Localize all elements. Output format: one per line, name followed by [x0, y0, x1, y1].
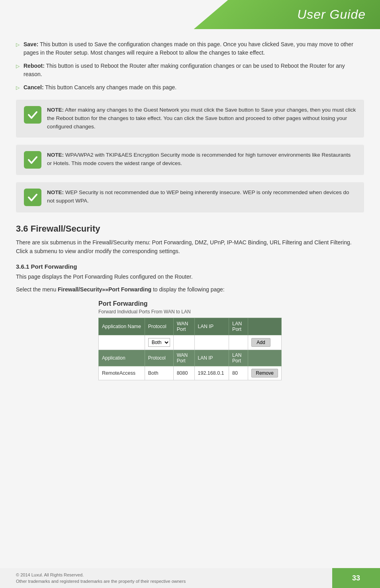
note-box-1: NOTE: After making any changes to the Gu…	[16, 100, 364, 138]
page-title: User Guide	[297, 7, 366, 22]
save-text: This button is used to Save the configur…	[24, 41, 353, 56]
note-text-1: NOTE: After making any changes to the Gu…	[47, 106, 356, 131]
cell-wan-port: 8080	[173, 366, 194, 380]
cell-remove[interactable]: Remove	[248, 366, 282, 380]
note-label-2: NOTE:	[47, 152, 64, 158]
bullet-arrow-icon: ▷	[16, 63, 20, 70]
col-action	[248, 318, 282, 335]
pf-title: Port Forwarding	[98, 300, 282, 307]
col-lan-port: LAN Port	[229, 318, 248, 335]
col-protocol: Protocol	[145, 318, 173, 335]
note-box-2: NOTE: WPA/WPA2 with TKIP&AES Encryption …	[16, 145, 364, 175]
cell-lan-port: 80	[229, 366, 248, 380]
note-label-1: NOTE:	[47, 107, 64, 113]
reboot-label: Reboot:	[24, 63, 45, 69]
remove-button[interactable]: Remove	[251, 369, 278, 378]
checkmark-icon-2	[24, 151, 41, 169]
add-row: Both Add	[99, 335, 282, 350]
list-item: ▷ Save: This button is used to Save the …	[16, 40, 364, 57]
checkmark-icon-1	[24, 106, 41, 124]
footer-left: © 2014 Luxul. All Rights Reserved. Other…	[0, 568, 332, 588]
section-body: There are six submenus in the Firewall/S…	[16, 238, 364, 256]
pf-subtitle: Forward Individual Ports From WAN to LAN	[98, 309, 282, 315]
page-footer: © 2014 Luxul. All Rights Reserved. Other…	[0, 568, 380, 588]
note-box-3: NOTE: WEP Security is not recommended du…	[16, 182, 364, 212]
add-button[interactable]: Add	[251, 338, 270, 347]
add-row-wan	[173, 335, 194, 350]
note-label-3: NOTE:	[47, 189, 64, 195]
cell-lan-ip: 192.168.0.1	[194, 366, 229, 380]
checkmark-icon-3	[24, 189, 41, 206]
section-heading: 3.6 Firewall/Security	[16, 224, 364, 234]
page-header: User Guide	[0, 0, 380, 29]
note-text-2: NOTE: WPA/WPA2 with TKIP&AES Encryption …	[47, 151, 356, 168]
col-wan-port: WAN Port	[173, 318, 194, 335]
sub-col-lanip: LAN IP	[194, 350, 229, 366]
add-row-btn-cell[interactable]: Add	[248, 335, 282, 350]
add-row-app	[99, 335, 145, 350]
sub-col-app: Application	[99, 350, 145, 366]
col-lan-ip: LAN IP	[194, 318, 229, 335]
main-content: ▷ Save: This button is used to Save the …	[0, 40, 380, 380]
port-forwarding-section: Port Forwarding Forward Individual Ports…	[98, 300, 282, 380]
cancel-label: Cancel:	[24, 84, 44, 90]
note-body-1: After making any changes to the Guest Ne…	[47, 107, 356, 130]
note-body-3: WEP Security is not recommended due to W…	[47, 189, 349, 204]
add-row-protocol[interactable]: Both	[145, 335, 173, 350]
port-forwarding-table: Application Name Protocol WAN Port LAN I…	[98, 318, 282, 380]
select-instruction: Select the menu Firewall/Security»»Port …	[16, 285, 364, 294]
sub-heading: 3.6.1 Port Forwarding	[16, 263, 364, 270]
reboot-text: This button is used to Reboot the Router…	[24, 63, 345, 77]
protocol-select[interactable]: Both	[148, 338, 170, 347]
note-text-3: NOTE: WEP Security is not recommended du…	[47, 189, 356, 205]
footer-right: 33	[332, 568, 380, 588]
add-row-lanport	[229, 335, 248, 350]
cell-app: RemoteAccess	[99, 366, 145, 380]
menu-path: Firewall/Security»»Port Forwarding	[58, 286, 151, 293]
bullet-arrow-icon: ▷	[16, 84, 20, 91]
cancel-text: This button Cancels any changes made on …	[45, 84, 176, 90]
bullet-arrow-icon: ▷	[16, 41, 20, 48]
note-body-2: WPA/WPA2 with TKIP&AES Encryption Securi…	[47, 152, 351, 166]
table-row: RemoteAccess Both 8080 192.168.0.1 80 Re…	[99, 366, 282, 380]
trademark-text: Other trademarks and registered trademar…	[16, 578, 316, 585]
sub-body: This page displays the Port Forwarding R…	[16, 272, 364, 281]
list-item: ▷ Cancel: This button Cancels any change…	[16, 83, 364, 92]
sub-col-action	[248, 350, 282, 366]
sub-col-lanport: LAN Port	[229, 350, 248, 366]
copyright-text: © 2014 Luxul. All Rights Reserved.	[16, 572, 316, 578]
sub-col-protocol: Protocol	[145, 350, 173, 366]
cell-protocol: Both	[145, 366, 173, 380]
bullet-list: ▷ Save: This button is used to Save the …	[16, 40, 364, 92]
list-item: ▷ Reboot: This button is used to Reboot …	[16, 62, 364, 79]
col-app-name: Application Name	[99, 318, 145, 335]
sub-col-wan: WAN Port	[173, 350, 194, 366]
save-label: Save:	[24, 41, 38, 47]
add-row-lanip	[194, 335, 229, 350]
page-number: 33	[352, 574, 360, 582]
sub-header-row: Application Protocol WAN Port LAN IP LAN…	[99, 350, 282, 366]
